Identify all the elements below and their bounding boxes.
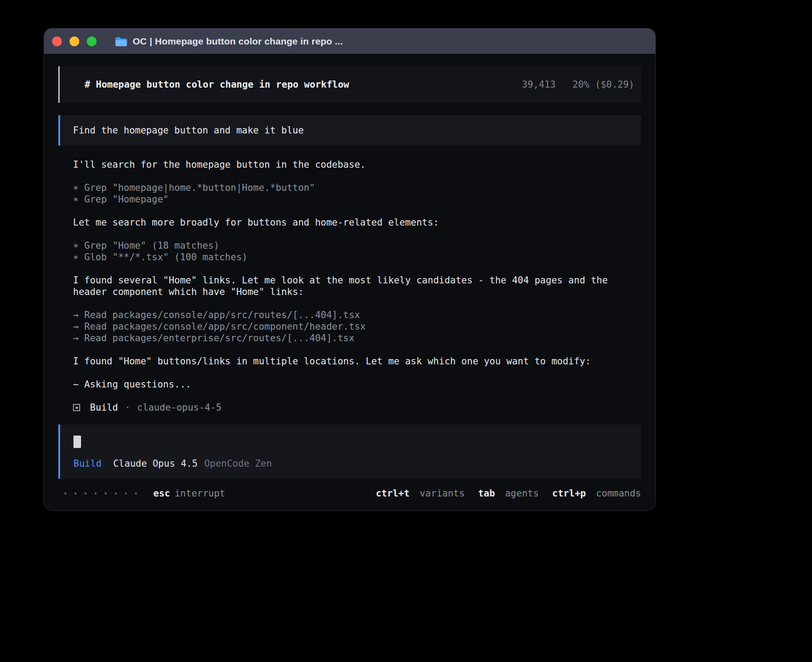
tool-call-line: ∗ Grep "Homepage": [73, 194, 641, 205]
progress-dots: ········: [62, 488, 142, 499]
assistant-text: I'll search for the homepage button in t…: [73, 159, 641, 170]
provider-name: OpenCode Zen: [204, 458, 272, 469]
session-title: # Homepage button color change in repo w…: [85, 79, 349, 90]
token-count: 39,413: [522, 79, 556, 90]
working-status: ~ Asking questions...: [73, 379, 641, 390]
agent-square-icon: [73, 404, 80, 411]
status-bar-left: ········ esc interrupt: [62, 488, 225, 499]
agent-badge: Build · claude-opus-4-5: [73, 402, 641, 413]
tool-call-group: ∗ Grep "homepage|home.*button|Home.*butt…: [73, 182, 641, 205]
terminal-window: OC | Homepage button color change in rep…: [44, 28, 655, 510]
esc-key-hint: esc: [153, 488, 170, 499]
assistant-text: Let me search more broadly for buttons a…: [73, 217, 641, 228]
variants-hint: ctrl+t variants: [376, 488, 465, 499]
status-bar: ········ esc interrupt ctrl+t variants t…: [58, 488, 641, 499]
assistant-text: I found "Home" buttons/links in multiple…: [73, 355, 641, 367]
agent-name: Build: [90, 402, 118, 413]
variants-label: variants: [420, 488, 465, 499]
agents-hint: tab agents: [478, 488, 539, 499]
assistant-text: I found several "Home" links. Let me loo…: [73, 274, 641, 298]
folder-icon: [115, 36, 127, 46]
agent-model: claude-opus-4-5: [137, 402, 222, 413]
close-button[interactable]: [52, 36, 62, 46]
user-message-text: Find the homepage button and make it blu…: [73, 125, 304, 136]
tool-call-line: → Read packages/console/app/src/routes/[…: [73, 309, 641, 321]
ctrl-t-key: ctrl+t: [376, 488, 410, 499]
tool-call-group: → Read packages/console/app/src/routes/[…: [73, 309, 641, 344]
titlebar[interactable]: OC | Homepage button color change in rep…: [44, 28, 655, 54]
terminal-content: # Homepage button color change in repo w…: [44, 54, 655, 510]
tool-call-line: ∗ Grep "Home" (18 matches): [73, 240, 641, 251]
user-message: Find the homepage button and make it blu…: [58, 115, 641, 145]
tool-call-group: ∗ Grep "Home" (18 matches) ∗ Glob "**/*.…: [73, 240, 641, 263]
commands-label: commands: [596, 488, 641, 499]
tool-call-line: ∗ Grep "homepage|home.*button|Home.*butt…: [73, 182, 641, 194]
session-header: # Homepage button color change in repo w…: [58, 66, 641, 103]
commands-hint: ctrl+p commands: [552, 488, 641, 499]
session-stats: 39,413 20% ($0.29): [522, 79, 634, 90]
minimize-button[interactable]: [69, 36, 79, 46]
tool-call-line: → Read packages/enterprise/src/routes/[.…: [73, 332, 641, 344]
interrupt-label: interrupt: [175, 488, 225, 499]
maximize-button[interactable]: [87, 36, 97, 46]
conversation: I'll search for the homepage button in t…: [58, 159, 641, 413]
ctrl-p-key: ctrl+p: [552, 488, 586, 499]
context-usage: 20% ($0.29): [572, 79, 634, 90]
tab-key: tab: [478, 488, 495, 499]
model-name[interactable]: Claude Opus 4.5: [113, 458, 198, 469]
mode-indicator[interactable]: Build: [73, 458, 102, 469]
tool-call-line: → Read packages/console/app/src/componen…: [73, 321, 641, 332]
traffic-lights: [52, 36, 104, 46]
agent-separator: ·: [125, 402, 130, 413]
text-cursor: [73, 436, 81, 448]
agents-label: agents: [505, 488, 539, 499]
tool-call-line: ∗ Glob "**/*.tsx" (100 matches): [73, 251, 641, 263]
prompt-input[interactable]: Build Claude Opus 4.5 OpenCode Zen: [58, 424, 641, 479]
input-meta: Build Claude Opus 4.5 OpenCode Zen: [73, 458, 628, 469]
window-title: OC | Homepage button color change in rep…: [133, 36, 343, 47]
status-bar-right: ctrl+t variants tab agents ctrl+p comman…: [376, 488, 641, 499]
